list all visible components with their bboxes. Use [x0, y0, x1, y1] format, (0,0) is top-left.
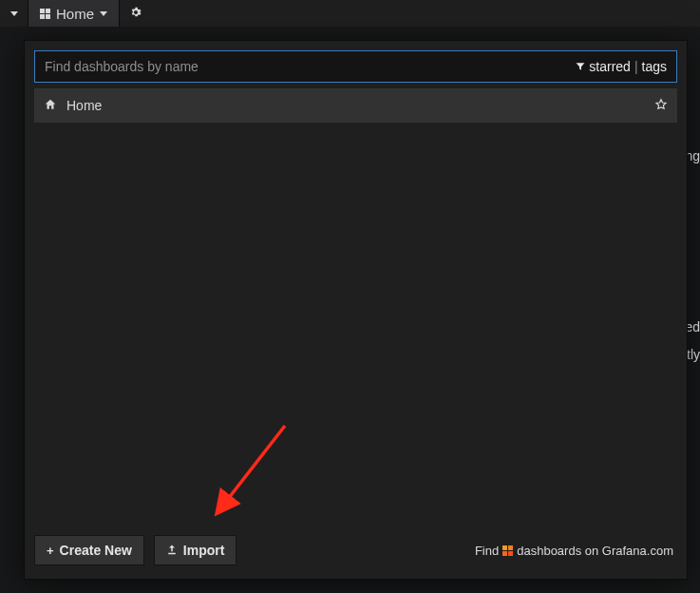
filter-starred-link[interactable]: starred — [589, 59, 631, 74]
filter-icon — [576, 59, 585, 74]
search-bar: starred | tags — [34, 50, 677, 83]
star-icon[interactable] — [654, 98, 668, 114]
filter-separator: | — [634, 59, 638, 74]
import-button[interactable]: Import — [154, 535, 237, 565]
search-input[interactable] — [35, 51, 576, 82]
search-filters: starred | tags — [576, 59, 676, 74]
dashboard-picker-label: Home — [56, 6, 94, 22]
grafana-com-link[interactable]: Find dashboards on Grafana.com — [475, 544, 673, 558]
chevron-down-icon — [10, 11, 18, 16]
filter-tags-link[interactable]: tags — [642, 59, 667, 74]
settings-button[interactable] — [120, 0, 152, 27]
dashboard-name: Home — [66, 98, 102, 113]
dashboard-picker-button[interactable]: Home — [28, 0, 120, 27]
gear-icon — [129, 6, 142, 22]
plus-icon: + — [47, 544, 54, 558]
panel-footer: + Create New Import Find dashboards on G… — [25, 526, 687, 579]
upload-icon — [166, 543, 178, 558]
grafana-logo-icon — [502, 545, 513, 556]
dashboard-row[interactable]: Home — [34, 88, 677, 123]
create-new-button[interactable]: + Create New — [34, 535, 144, 565]
footer-find-prefix: Find — [475, 544, 499, 558]
import-label: Import — [183, 543, 225, 558]
dashboard-search-panel: starred | tags Home + Create New Import — [24, 40, 688, 580]
dashboard-list: Home — [34, 88, 677, 123]
footer-find-suffix: dashboards on Grafana.com — [517, 544, 673, 558]
nav-dropdown-toggle[interactable] — [0, 0, 28, 27]
create-new-label: Create New — [60, 543, 132, 558]
dashboard-icon — [40, 9, 50, 19]
chevron-down-icon — [100, 11, 107, 16]
home-icon — [44, 98, 57, 114]
topbar: Home — [0, 0, 700, 27]
